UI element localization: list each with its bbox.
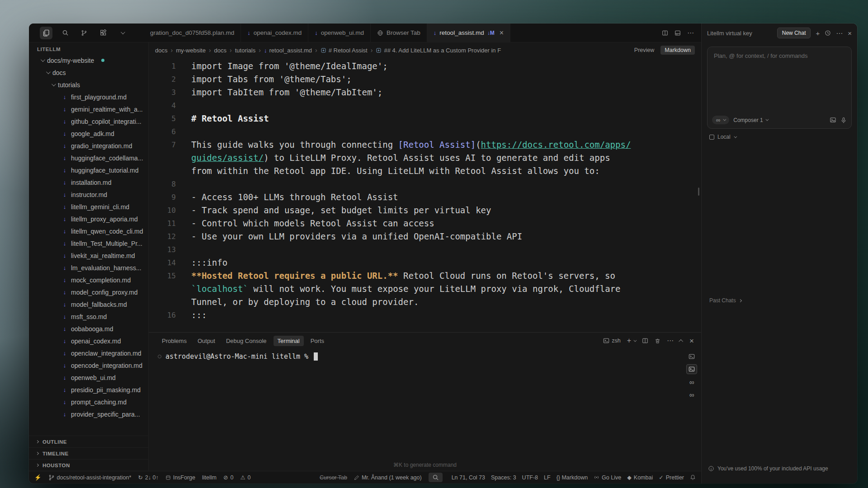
- cursor-position-status[interactable]: Ln 71, Col 73: [452, 474, 485, 481]
- editor-tab[interactable]: gration_doc_d075fd58.plan.md: [149, 23, 241, 42]
- terminal-body[interactable]: astrodevil@Astro-Mac-mini litellm %: [149, 349, 701, 459]
- panel-tab-debug-console[interactable]: Debug Console: [222, 336, 271, 346]
- tree-file[interactable]: ↓mock_completion.md: [29, 274, 148, 286]
- history-icon[interactable]: [825, 30, 831, 36]
- close-chat-panel-icon[interactable]: ×: [848, 30, 852, 37]
- code-line[interactable]: [188, 178, 632, 191]
- editor-tab[interactable]: ↓openweb_ui.md: [308, 23, 371, 42]
- editor-tab[interactable]: ↓openai_codex.md: [241, 23, 308, 42]
- code-line[interactable]: - Use your own LLM providers via a unifi…: [188, 230, 632, 243]
- code-line[interactable]: - Access 100+ LLMs through Retool Assist: [188, 191, 632, 204]
- cursor-tab-status[interactable]: Cursor Tab: [320, 474, 347, 481]
- activity-overflow-icon[interactable]: [116, 27, 128, 39]
- more-terminal-actions-icon[interactable]: ⋯: [667, 337, 674, 345]
- litellm-status[interactable]: litellm: [202, 474, 217, 481]
- prettier-status[interactable]: ✓Prettier: [659, 474, 684, 481]
- sidebar-section-outline[interactable]: OUTLINE: [29, 436, 148, 447]
- tree-file[interactable]: ↓first_playground.md: [29, 91, 148, 103]
- tree-file[interactable]: ↓lm_evaluation_harness...: [29, 262, 148, 274]
- tree-file[interactable]: ↓openweb_ui.md: [29, 371, 148, 384]
- past-chats[interactable]: Past Chats: [709, 297, 741, 304]
- tree-file[interactable]: ↓opencode_integration.md: [29, 359, 148, 371]
- mode-selector[interactable]: ∞: [712, 116, 729, 124]
- tree-file[interactable]: ↓instructor.md: [29, 188, 148, 201]
- code-line[interactable]: - Control which models Retool Assist can…: [188, 217, 632, 230]
- code-line[interactable]: [188, 243, 632, 256]
- close-panel-icon[interactable]: ×: [689, 337, 694, 345]
- composer-selector[interactable]: Composer 1: [733, 117, 767, 123]
- tree-file[interactable]: ↓oobabooga.md: [29, 323, 148, 335]
- panel-tab-output[interactable]: Output: [193, 336, 219, 346]
- tree-folder[interactable]: docs: [29, 66, 148, 79]
- tree-file[interactable]: ↓msft_sso.md: [29, 310, 148, 323]
- microphone-icon[interactable]: [840, 117, 847, 123]
- sync-status[interactable]: ↻2↓ 0↑: [138, 474, 158, 481]
- eol-status[interactable]: LF: [544, 474, 551, 481]
- tree-file[interactable]: ↓livekit_xai_realtime.md: [29, 249, 148, 262]
- layout-icon[interactable]: [675, 30, 681, 36]
- add-chat-icon[interactable]: +: [816, 30, 820, 37]
- panel-tab-terminal[interactable]: Terminal: [274, 336, 304, 346]
- kill-terminal-icon[interactable]: [655, 338, 660, 344]
- breadcrumb-item[interactable]: docs: [155, 47, 167, 54]
- maximize-panel-icon[interactable]: [679, 339, 683, 343]
- tree-file[interactable]: ↓gradio_integration.md: [29, 140, 148, 152]
- tree-file[interactable]: ↓model_fallbacks.md: [29, 298, 148, 310]
- language-status[interactable]: {} Markdown: [557, 474, 588, 481]
- split-terminal-icon[interactable]: [642, 338, 648, 344]
- more-options-icon[interactable]: ⋯: [836, 30, 843, 37]
- code-line[interactable]: import TabItem from '@theme/TabItem';: [188, 86, 632, 99]
- tree-file[interactable]: ↓litellm_qwen_code_cli.md: [29, 225, 148, 237]
- tree-file[interactable]: ↓google_adk.md: [29, 127, 148, 140]
- tree-file[interactable]: ↓litellm_proxy_aporia.md: [29, 213, 148, 225]
- editor[interactable]: 1import Image from '@theme/IdealImage';2…: [149, 58, 701, 332]
- breadcrumb-item[interactable]: my-website: [176, 47, 206, 54]
- new-terminal-button[interactable]: +: [627, 337, 636, 344]
- breadcrumb-item[interactable]: docs: [214, 47, 226, 54]
- tree-file[interactable]: ↓huggingface_codellama...: [29, 152, 148, 164]
- chat-input[interactable]: Plan, @ for context, / for commands ∞ Co…: [707, 47, 852, 129]
- git-branch-status[interactable]: docs/retool-assist-integration*: [48, 474, 132, 481]
- split-editor-icon[interactable]: [662, 30, 668, 36]
- panel-tab-ports[interactable]: Ports: [307, 336, 328, 346]
- tree-file[interactable]: ↓openclaw_integration.md: [29, 347, 148, 359]
- code-line[interactable]: [188, 125, 632, 138]
- errors-status[interactable]: ⊘0: [223, 474, 233, 481]
- blame-status[interactable]: Mr. Ånand (1 week ago): [354, 474, 422, 481]
- sidebar-section-houston[interactable]: HOUSTON: [29, 459, 148, 471]
- code-line[interactable]: :::: [188, 309, 632, 322]
- remote-indicator[interactable]: ⚡: [34, 474, 42, 481]
- code-line[interactable]: - Track spend and usage, set budget limi…: [188, 204, 632, 217]
- breadcrumb-item[interactable]: # Retool Assist: [321, 47, 368, 54]
- code-line[interactable]: **Hosted Retool requires a public URL.**…: [188, 269, 632, 309]
- panel-tab-problems[interactable]: Problems: [158, 336, 191, 346]
- insforge-status[interactable]: InsForge: [165, 474, 195, 481]
- breadcrumb-item[interactable]: ↓retool_assist.md: [264, 47, 312, 54]
- source-control-activity-icon[interactable]: [78, 27, 90, 39]
- context-selector[interactable]: Local: [709, 134, 857, 140]
- tree-file[interactable]: ↓litellm_gemini_cli.md: [29, 201, 148, 213]
- search-status[interactable]: [429, 473, 443, 482]
- code-line[interactable]: This guide walks you through connecting …: [188, 138, 632, 178]
- code-line[interactable]: import Tabs from '@theme/Tabs';: [188, 73, 632, 86]
- explorer-activity-icon[interactable]: [40, 27, 52, 39]
- close-tab-icon[interactable]: ×: [500, 29, 504, 37]
- kombai-status[interactable]: ◆Kombai: [627, 474, 653, 481]
- editor-tab[interactable]: Browser Tab: [371, 23, 427, 42]
- warnings-status[interactable]: ⚠0: [240, 474, 250, 481]
- editor-tab[interactable]: ↓retool_assist.md↓M×: [427, 23, 510, 42]
- workspace-section-header[interactable]: LITELLM: [29, 45, 148, 54]
- tree-file[interactable]: ↓openai_codex.md: [29, 335, 148, 347]
- indentation-status[interactable]: Spaces: 3: [491, 474, 516, 481]
- notifications-bell[interactable]: [690, 474, 696, 480]
- tree-file[interactable]: ↓github_copilot_integrati...: [29, 115, 148, 127]
- breadcrumb-item[interactable]: ## 4. Add LiteLLM as a Custom Provider i…: [376, 47, 501, 54]
- agent-terminal-icon[interactable]: ∞: [686, 389, 697, 399]
- terminal-instance-icon[interactable]: [686, 352, 697, 361]
- tree-file[interactable]: ↓huggingface_tutorial.md: [29, 164, 148, 176]
- code-line[interactable]: :::info: [188, 256, 632, 269]
- tree-file[interactable]: ↓model_config_proxy.md: [29, 286, 148, 298]
- more-editor-actions-icon[interactable]: ⋯: [687, 29, 694, 37]
- code-line[interactable]: import Image from '@theme/IdealImage';: [188, 60, 632, 73]
- tree-file[interactable]: ↓prompt_caching.md: [29, 396, 148, 408]
